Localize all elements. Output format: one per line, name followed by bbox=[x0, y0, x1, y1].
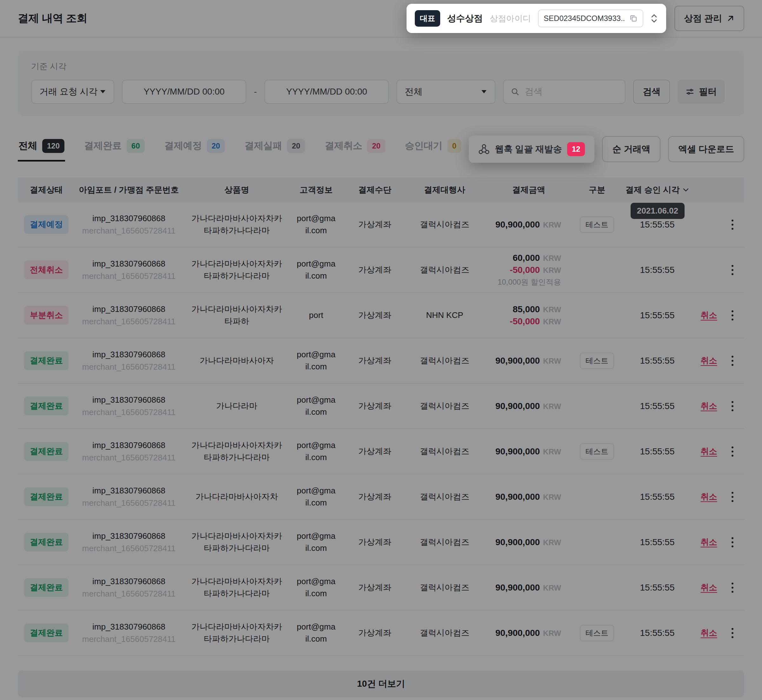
webhook-count-badge: 12 bbox=[567, 142, 585, 156]
store-selector[interactable]: 대표 성수상점 상점아이디 SED02345DCOM3933.. bbox=[407, 4, 666, 33]
copy-icon[interactable] bbox=[629, 14, 638, 22]
store-id-field[interactable]: SED02345DCOM3933.. bbox=[538, 9, 643, 27]
webhook-button-label: 웹훅 일괄 재발송 bbox=[495, 143, 562, 155]
store-switch-chevron-icon[interactable] bbox=[650, 13, 658, 23]
store-name: 성수상점 bbox=[447, 12, 483, 25]
tour-dim-overlay bbox=[0, 0, 762, 700]
store-id-value: SED02345DCOM3933.. bbox=[544, 14, 625, 23]
store-id-label: 상점아이디 bbox=[490, 13, 531, 24]
store-rep-badge: 대표 bbox=[415, 10, 440, 27]
webhook-icon bbox=[478, 144, 490, 155]
webhook-bulk-resend-button[interactable]: 웹훅 일괄 재발송 12 bbox=[469, 136, 595, 163]
